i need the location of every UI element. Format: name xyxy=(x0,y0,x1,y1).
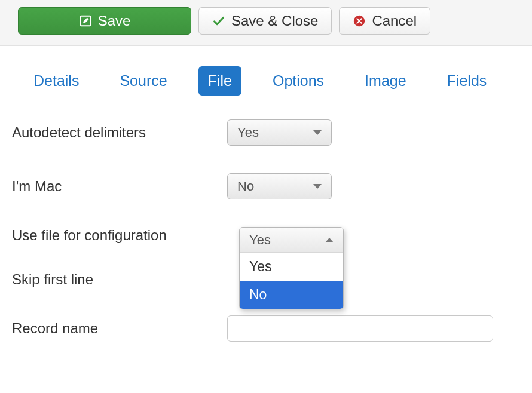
tab-image[interactable]: Image xyxy=(355,66,415,96)
edit-icon xyxy=(79,14,92,27)
tab-file[interactable]: File xyxy=(198,66,241,96)
cancel-button-label: Cancel xyxy=(372,14,417,28)
autodetect-label: Autodetect delimiters xyxy=(12,124,227,141)
tab-fields[interactable]: Fields xyxy=(438,66,497,96)
record-name-label: Record name xyxy=(12,320,227,337)
tab-options[interactable]: Options xyxy=(263,66,334,96)
skip-first-label: Skip first line xyxy=(12,271,227,288)
tab-source[interactable]: Source xyxy=(110,66,176,96)
save-button[interactable]: Save xyxy=(18,7,191,35)
use-file-select-head[interactable]: Yes xyxy=(240,228,343,253)
use-file-option-yes[interactable]: Yes xyxy=(240,253,343,281)
use-file-label: Use file for configuration xyxy=(12,227,227,244)
toolbar: Save Save & Close Cancel xyxy=(0,0,532,46)
use-file-select-open[interactable]: Yes Yes No xyxy=(239,227,344,309)
tab-details[interactable]: Details xyxy=(24,66,88,96)
record-name-input[interactable] xyxy=(227,315,493,342)
im-mac-select-value: No xyxy=(237,179,254,194)
autodetect-select-value: Yes xyxy=(237,125,259,140)
autodetect-select[interactable]: Yes xyxy=(227,119,332,146)
chevron-down-icon xyxy=(313,184,322,189)
save-close-button-label: Save & Close xyxy=(231,14,318,28)
use-file-option-no[interactable]: No xyxy=(240,281,343,309)
im-mac-label: I'm Mac xyxy=(12,178,227,195)
cancel-button[interactable]: Cancel xyxy=(339,7,430,35)
file-form: Autodetect delimiters Yes I'm Mac No Use… xyxy=(0,96,532,342)
chevron-down-icon xyxy=(313,130,322,135)
save-close-button[interactable]: Save & Close xyxy=(198,7,332,35)
check-icon xyxy=(212,14,225,27)
save-button-label: Save xyxy=(98,14,131,28)
im-mac-select[interactable]: No xyxy=(227,173,332,199)
use-file-select-display: Yes xyxy=(249,232,271,248)
cancel-icon xyxy=(353,14,366,27)
tab-bar: Details Source File Options Image Fields xyxy=(0,46,532,96)
chevron-up-icon xyxy=(325,238,334,242)
